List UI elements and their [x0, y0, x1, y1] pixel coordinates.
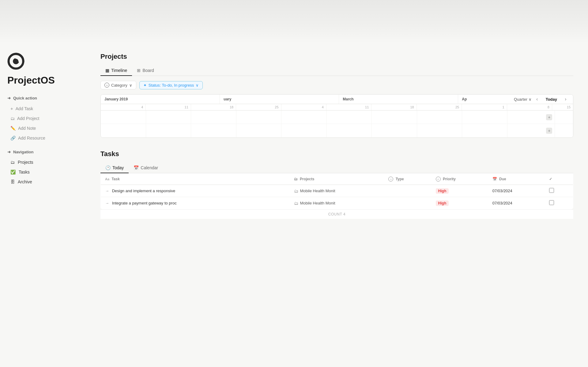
timeline-cell-r2-10: +: [507, 124, 555, 137]
month-jan: January 2019: [101, 95, 220, 104]
projects-tabs: ▦ Timeline ⊞ Board: [100, 66, 573, 76]
task-checkbox-1[interactable]: [549, 188, 554, 193]
add-resource-button[interactable]: 🔗 Add Resource: [7, 134, 78, 142]
timeline-add-row1-button[interactable]: +: [546, 114, 552, 120]
projects-title: Projects: [100, 53, 573, 61]
timeline-cell-r2-11: [555, 124, 573, 137]
task-priority-cell-2: High: [432, 197, 488, 209]
add-task-button[interactable]: + Add Task: [7, 104, 78, 113]
sidebar-item-projects[interactable]: 🗂 Projects: [7, 158, 78, 167]
logo-area: ProjectOS: [7, 53, 78, 86]
task-type-cell-2: [384, 197, 431, 209]
timeline-cell-9: [462, 110, 507, 124]
folder-icon: 🗂: [10, 116, 15, 121]
timeline-today-button[interactable]: Today: [543, 96, 560, 103]
timeline-cell-r2-9: [462, 124, 507, 137]
timeline-cell-3: [191, 110, 236, 124]
tab-calendar[interactable]: 📅 Calendar: [129, 163, 163, 173]
filter-bar: ○ Category ∨ ✦ Status: To-do, In progres…: [100, 81, 573, 89]
week-4: 4: [101, 104, 146, 110]
col-header-projects: 🗂 Projects: [290, 174, 384, 185]
timeline-cell-7: [372, 110, 417, 124]
timeline-row-1: +: [101, 110, 573, 124]
col-due-calendar-icon: 📅: [492, 177, 497, 181]
col-header-type: ○ Type: [384, 174, 431, 185]
week-25b: 25: [417, 104, 462, 110]
status-filter-button[interactable]: ✦ Status: To-do, In progress ∨: [139, 81, 203, 89]
timeline-cell-5: [281, 110, 327, 124]
tasks-tabs: 🕐 Today 📅 Calendar: [100, 163, 573, 173]
table-row: → Integrate a payment gateway to proc 🗂 …: [101, 197, 573, 209]
col-done-check-icon: ✓: [549, 177, 552, 181]
tab-today[interactable]: 🕐 Today: [100, 163, 129, 173]
category-filter-button[interactable]: ○ Category ∨: [100, 81, 136, 89]
main-content: Projects ▦ Timeline ⊞ Board ○ Category ∨: [86, 43, 588, 367]
tasks-check-icon: ✅: [10, 170, 16, 174]
task-project-cell-1: 🗂 Mobile Health Monit: [290, 185, 384, 197]
timeline-prev-button[interactable]: ‹: [533, 95, 541, 103]
timeline-row-2: +: [101, 124, 573, 137]
tasks-section: Tasks 🕐 Today 📅 Calendar Aa: [100, 150, 573, 219]
col-header-priority: ○ Priority: [432, 174, 488, 185]
sidebar-item-tasks[interactable]: ✅ Tasks: [7, 168, 78, 176]
week-11b: 11: [326, 104, 371, 110]
add-project-button[interactable]: 🗂 Add Project: [7, 114, 78, 123]
col-folder-icon: 🗂: [294, 177, 298, 181]
week-4b: 4: [281, 104, 326, 110]
task-type-cell-1: [384, 185, 431, 197]
projects-folder-icon: 🗂: [10, 160, 15, 165]
timeline-cell-10: +: [507, 110, 555, 124]
task-checkbox-2[interactable]: [549, 200, 554, 205]
month-feb: uary: [220, 95, 339, 104]
month-apr: Ap: [458, 95, 510, 104]
timeline-next-button[interactable]: ›: [562, 95, 569, 103]
tab-board[interactable]: ⊞ Board: [132, 66, 159, 76]
task-name-cell-2: → Integrate a payment gateway to proc: [101, 197, 290, 209]
week-8: 8: [507, 104, 552, 110]
board-icon: ⊞: [137, 68, 141, 73]
tasks-title: Tasks: [100, 150, 573, 158]
task-priority-cell-1: High: [432, 185, 488, 197]
timeline-cell-11: [555, 110, 573, 124]
task-arrow-icon-2: →: [105, 201, 109, 205]
timeline-cell-r2-3: [191, 124, 236, 137]
archive-icon: 🗄: [10, 179, 15, 184]
task-project-cell-2: 🗂 Mobile Health Monit: [290, 197, 384, 209]
timeline-add-row2-button[interactable]: +: [546, 128, 552, 134]
task-check-cell-2[interactable]: [545, 197, 573, 209]
projects-section: Projects ▦ Timeline ⊞ Board ○ Category ∨: [100, 53, 573, 138]
filter-circle-icon: ○: [104, 83, 109, 88]
top-banner: [0, 0, 588, 43]
add-note-button[interactable]: ✏️ Add Note: [7, 124, 78, 133]
timeline-header-row: January 2019 uary March Ap Quarter ∨ ‹ T…: [101, 95, 573, 104]
timeline-cell-r2-7: [372, 124, 417, 137]
quarter-view-button[interactable]: Quarter ∨: [514, 97, 532, 102]
tab-timeline[interactable]: ▦ Timeline: [100, 66, 132, 76]
quick-action-label: ➜ Quick action: [7, 96, 78, 100]
week-1: 1: [462, 104, 507, 110]
week-15: 15: [552, 104, 573, 110]
month-mar: March: [339, 95, 458, 104]
tasks-table: Aa Task 🗂 Projects ○ Type ○: [100, 173, 573, 209]
timeline-body: + +: [101, 110, 573, 137]
timeline-cell-r2-6: [327, 124, 372, 137]
timeline-cell-8: [417, 110, 462, 124]
tasks-table-header: Aa Task 🗂 Projects ○ Type ○: [101, 174, 573, 185]
timeline-cell-1: [101, 110, 146, 124]
task-name-cell-1: → Design and implement a responsive: [101, 185, 290, 197]
link-icon: 🔗: [10, 136, 16, 140]
nav-arrow-icon: ➜: [7, 150, 11, 154]
timeline-cell-6: [327, 110, 372, 124]
project-folder-icon-2: 🗂: [294, 201, 298, 206]
timeline-cell-r2-2: [146, 124, 191, 137]
sidebar-item-archive[interactable]: 🗄 Archive: [7, 178, 78, 186]
col-header-due: 📅 Due: [488, 174, 545, 185]
col-header-task: Aa Task: [101, 174, 290, 185]
priority-badge-1: High: [436, 188, 449, 194]
pencil-icon: ✏️: [10, 126, 16, 131]
week-18a: 18: [191, 104, 236, 110]
timeline-cell-r2-4: [236, 124, 282, 137]
week-numbers-row: 4 11 18 25 4 11 18 25 1 8 15: [101, 104, 573, 110]
app-title: ProjectOS: [7, 75, 78, 86]
task-check-cell-1[interactable]: [545, 185, 573, 197]
